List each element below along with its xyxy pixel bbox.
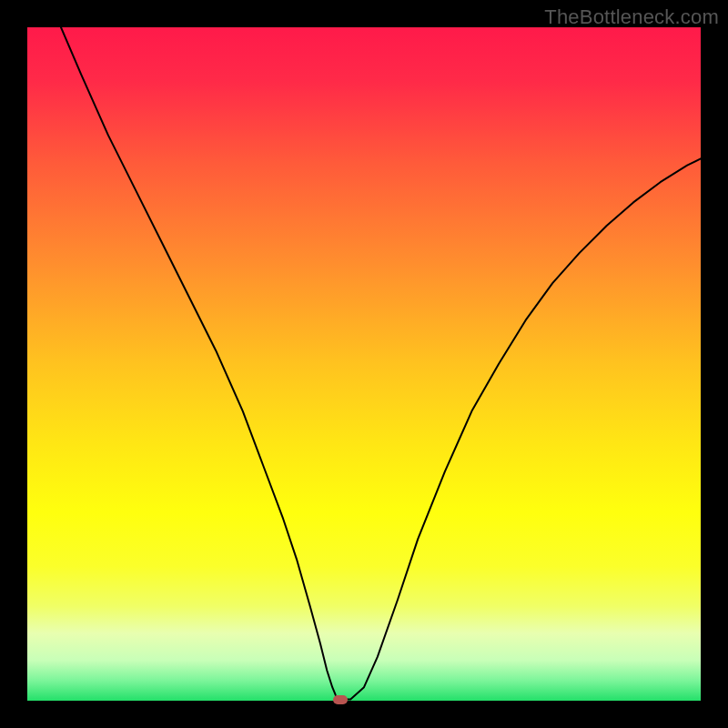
watermark-text: TheBottleneck.com: [544, 5, 719, 29]
chart-frame: TheBottleneck.com: [0, 0, 728, 728]
gradient-background: [27, 27, 701, 701]
plot-area: [27, 27, 701, 701]
chart-svg: [27, 27, 701, 701]
minimum-marker: [333, 695, 348, 704]
